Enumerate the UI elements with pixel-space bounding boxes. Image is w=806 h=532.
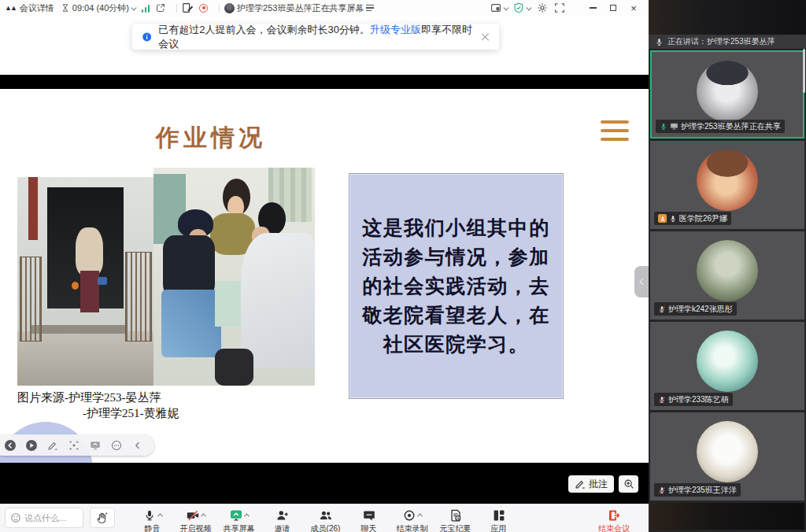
magnifier-plus-icon — [623, 478, 634, 490]
recording-indicator[interactable] — [199, 4, 208, 13]
screen-icon — [90, 440, 101, 451]
meeting-notes-button[interactable] — [182, 2, 193, 13]
chevron-up-icon[interactable] — [200, 513, 205, 519]
chat-input[interactable] — [24, 513, 75, 523]
video-tile[interactable]: 护理学233陈艺萌 — [650, 322, 804, 410]
network-quality-indicator[interactable] — [142, 4, 150, 13]
stop-recording-button[interactable]: 结束录制 — [390, 508, 434, 532]
timer-label: 09:04 (40分钟) — [72, 2, 129, 14]
partial-video-top[interactable] — [649, 0, 806, 35]
annotate-label: 批注 — [589, 478, 608, 491]
annotate-button[interactable]: 批注 — [568, 475, 614, 493]
host-badge-icon — [658, 214, 667, 223]
video-tile[interactable]: 护理学k242张思彤 — [650, 231, 804, 320]
share-letterbox-bottom: 批注 — [0, 463, 649, 504]
video-tile-sharer[interactable]: 护理学253班晏丛萍正在共享 — [650, 50, 804, 139]
play-slideshow-button[interactable] — [24, 438, 39, 453]
participant-name: 护理学235班王洋洋 — [668, 485, 737, 496]
video-tiles: 护理学253班晏丛萍正在共享 医学院26尹娜 护理学k242张思彤 — [649, 50, 806, 530]
maximize-button[interactable] — [603, 1, 623, 15]
info-icon — [142, 31, 152, 42]
sidebar-collapse-handle[interactable] — [634, 266, 649, 297]
quick-chat-box[interactable] — [5, 508, 83, 528]
mute-label: 静音 — [145, 523, 161, 532]
start-video-button[interactable]: 开启视频 — [174, 508, 217, 532]
stop-recording-label: 结束录制 — [397, 523, 428, 532]
sharer-info[interactable]: 护理学253班晏丛萍正在共享屏幕 — [224, 2, 374, 14]
minimize-button[interactable] — [582, 1, 603, 15]
screen-share-badge-icon — [670, 122, 678, 131]
video-tile[interactable]: 护理学235班王洋洋 — [650, 412, 804, 501]
document-pen-icon — [182, 2, 193, 13]
laser-pointer-button[interactable] — [67, 438, 81, 453]
body-line: 活动参与情况，参加 — [349, 242, 563, 272]
more-options-button[interactable] — [109, 438, 124, 453]
share-screen-button[interactable]: 共享屏幕 — [217, 508, 261, 532]
fullscreen-button[interactable] — [554, 2, 565, 13]
members-label: 成员(26) — [311, 523, 341, 532]
more-dots-icon — [111, 440, 122, 451]
layout-switch-button[interactable] — [490, 2, 508, 13]
chevron-left-icon — [132, 440, 143, 451]
members-button[interactable]: 成员(26) — [304, 508, 347, 532]
collapse-toolbar-button[interactable] — [131, 438, 145, 453]
chevron-down-icon — [527, 5, 531, 9]
pop-out-button[interactable] — [156, 3, 165, 13]
exit-door-icon — [608, 509, 620, 522]
avatar — [697, 240, 758, 301]
chevron-up-icon[interactable] — [157, 513, 162, 519]
tile-name-bar: 护理学235班王洋洋 — [654, 483, 741, 497]
zoom-in-button[interactable] — [619, 475, 638, 493]
previous-slide-button[interactable] — [3, 438, 17, 453]
display-settings-button[interactable] — [88, 438, 102, 453]
chevron-up-icon[interactable] — [416, 513, 422, 519]
chevron-down-icon — [504, 5, 508, 9]
banner-close-button[interactable] — [481, 32, 490, 42]
chevron-up-icon[interactable] — [243, 513, 249, 519]
person-icon — [660, 216, 666, 222]
meeting-timer[interactable]: 09:04 (40分钟) — [61, 2, 135, 14]
toolbar-main-buttons: 静音 开启视频 共享屏幕 邀请 成员(26) — [131, 508, 520, 532]
shared-slide: 作业情况 — [0, 89, 649, 463]
upgrade-link[interactable]: 升级专业版 — [370, 24, 421, 35]
apps-label: 应用 — [491, 523, 507, 532]
meeting-logo-icon: ▲▲ — [5, 4, 16, 12]
meeting-time-banner: 已有超过2人提前入会，会议剩余时长30分钟。升级专业版即享不限时会议 — [132, 24, 499, 50]
microphone-muted-icon — [658, 396, 666, 404]
smiley-icon — [10, 512, 21, 523]
security-button[interactable] — [513, 2, 531, 13]
end-meeting-button[interactable]: 结束会议 — [590, 508, 638, 532]
members-icon — [320, 509, 332, 522]
chat-button[interactable]: 聊天 — [347, 508, 390, 532]
slide-photo-doorway — [17, 177, 153, 386]
banner-text: 已有超过2人提前入会，会议剩余时长30分钟。升级专业版即享不限时会议 — [158, 23, 474, 51]
participants-sidebar: 正在讲话：护理学253班晏丛萍 护理学253班晏丛萍正在共享 医学院26尹娜 — [649, 0, 806, 532]
avatar — [697, 61, 758, 122]
shield-check-icon — [513, 2, 524, 13]
invite-person-icon — [276, 509, 289, 522]
raise-hand-button[interactable] — [90, 508, 115, 528]
video-tile[interactable]: 医学院26尹娜 — [650, 141, 804, 229]
annotate-pen-button[interactable] — [46, 438, 60, 453]
close-button[interactable]: × — [623, 1, 644, 15]
meeting-app-window: ▲▲ 会议详情 09:04 (40分钟) — [0, 0, 806, 532]
meeting-details-button[interactable]: 会议详情 — [20, 2, 54, 14]
mute-button[interactable]: 静音 — [131, 508, 174, 532]
divider — [176, 4, 177, 13]
invite-button[interactable]: 邀请 — [261, 508, 304, 532]
apps-button[interactable]: 应用 — [477, 508, 520, 532]
share-screen-icon — [230, 509, 242, 522]
start-video-label: 开启视频 — [180, 523, 212, 532]
settings-button[interactable] — [537, 2, 548, 13]
partial-video-bottom[interactable] — [650, 503, 804, 530]
sidebar-scrollbar[interactable] — [803, 49, 805, 93]
tile-name-bar: 护理学253班晏丛萍正在共享 — [656, 120, 785, 133]
layout-icon — [490, 2, 501, 13]
end-meeting-label: 结束会议 — [598, 523, 630, 532]
slide-title: 作业情况 — [156, 122, 266, 154]
ai-notes-button[interactable]: 元宝纪要 — [434, 508, 477, 532]
play-icon — [25, 439, 38, 452]
window-controls: × — [582, 1, 644, 15]
banner-prefix: 已有超过2人提前入会，会议剩余时长30分钟。 — [158, 24, 370, 35]
microphone-on-icon — [660, 123, 667, 131]
